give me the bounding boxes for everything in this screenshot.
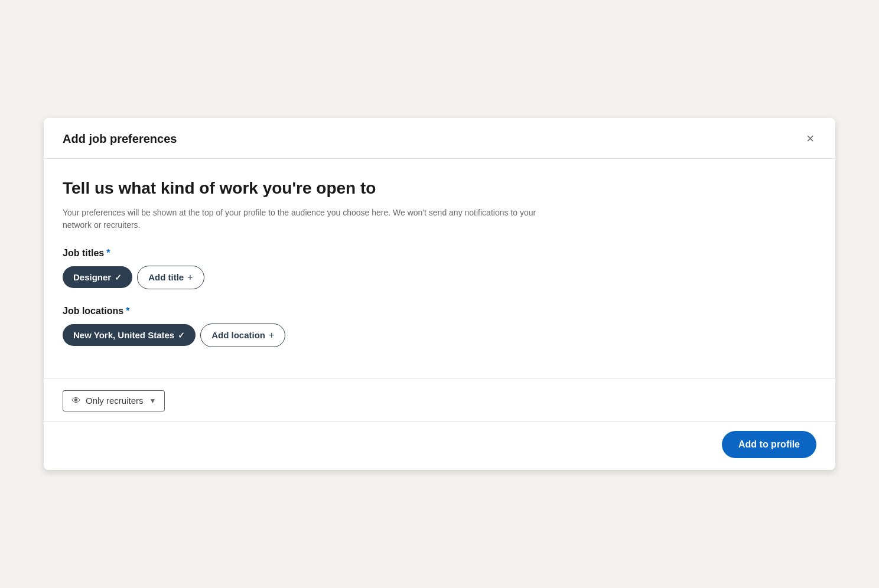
add-location-text: Add location xyxy=(211,330,265,340)
add-title-button[interactable]: Add title + xyxy=(137,266,204,289)
required-star-locations: * xyxy=(126,306,129,316)
job-locations-label: Job locations * xyxy=(63,306,816,316)
plus-icon: + xyxy=(187,272,193,283)
new-york-tag[interactable]: New York, United States ✓ xyxy=(63,324,196,346)
section-heading: Tell us what kind of work you're open to xyxy=(63,178,816,199)
visibility-label: Only recruiters xyxy=(86,396,144,406)
modal-footer: Add to profile xyxy=(44,421,835,470)
modal-body: Tell us what kind of work you're open to… xyxy=(44,159,835,377)
job-locations-section: Job locations * New York, United States … xyxy=(63,306,816,347)
job-locations-tags-row: New York, United States ✓ Add location + xyxy=(63,324,816,347)
modal-header: Add job preferences × xyxy=(44,118,835,159)
modal-title: Add job preferences xyxy=(63,132,177,146)
add-to-profile-button[interactable]: Add to profile xyxy=(722,431,816,458)
new-york-tag-text: New York, United States xyxy=(73,330,174,340)
divider-top xyxy=(44,378,835,378)
visibility-section: 👁 Only recruiters ▼ xyxy=(44,390,835,421)
designer-tag-text: Designer xyxy=(73,272,111,282)
checkmark-icon-location: ✓ xyxy=(178,331,185,340)
add-job-preferences-modal: Add job preferences × Tell us what kind … xyxy=(44,118,835,469)
visibility-selector-button[interactable]: 👁 Only recruiters ▼ xyxy=(63,390,165,411)
section-description: Your preferences will be shown at the to… xyxy=(63,207,547,231)
plus-icon-location: + xyxy=(269,330,274,341)
job-titles-label: Job titles * xyxy=(63,248,816,259)
designer-tag[interactable]: Designer ✓ xyxy=(63,266,132,288)
add-location-button[interactable]: Add location + xyxy=(200,324,285,347)
job-titles-tags-row: Designer ✓ Add title + xyxy=(63,266,816,289)
close-button[interactable]: × xyxy=(804,130,816,148)
required-star: * xyxy=(106,248,110,259)
job-titles-section: Job titles * Designer ✓ Add title + xyxy=(63,248,816,289)
chevron-down-icon: ▼ xyxy=(149,397,157,405)
eye-icon: 👁 xyxy=(71,396,81,406)
checkmark-icon: ✓ xyxy=(115,273,122,282)
add-title-text: Add title xyxy=(148,272,184,282)
